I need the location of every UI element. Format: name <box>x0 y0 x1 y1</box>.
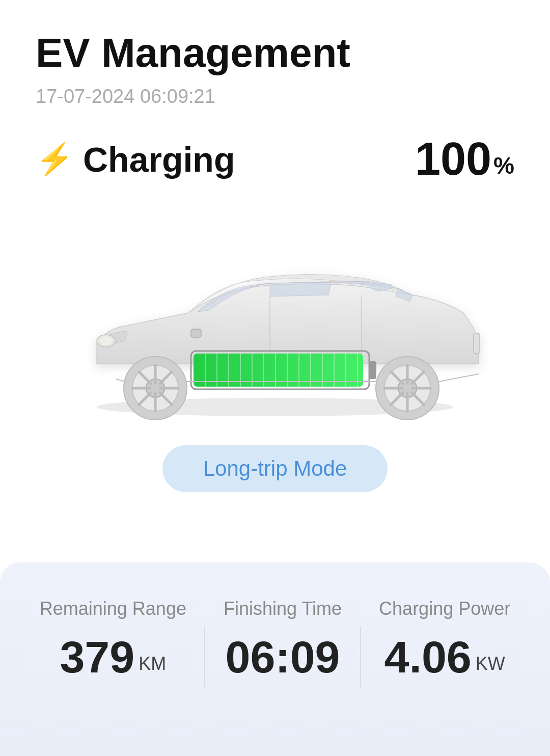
svg-rect-5 <box>474 333 480 354</box>
stat-finishing-time: Finishing Time 06:09 <box>224 598 342 680</box>
battery-pack <box>191 351 376 389</box>
charging-power-label: Charging Power <box>379 598 510 619</box>
finishing-time-label: Finishing Time <box>224 598 342 619</box>
finishing-time-number: 06:09 <box>225 635 340 680</box>
charging-status: ⚡ Charging <box>36 140 235 179</box>
long-trip-mode-button[interactable]: Long-trip Mode <box>162 445 388 492</box>
svg-line-46 <box>116 379 125 382</box>
svg-rect-23 <box>369 361 376 379</box>
stats-section: Remaining Range 379 KM Finishing Time 06… <box>0 562 550 756</box>
charging-label: Charging <box>83 140 235 179</box>
top-section: EV Management 17-07-2024 06:09:21 ⚡ Char… <box>0 0 550 562</box>
charging-power-value: 4.06 KW <box>384 635 505 680</box>
front-wheel <box>124 357 187 420</box>
divider-2 <box>360 626 361 687</box>
car-illustration <box>36 196 514 440</box>
svg-line-48 <box>439 374 479 382</box>
page-container: EV Management 17-07-2024 06:09:21 ⚡ Char… <box>0 0 550 756</box>
finishing-time-value: 06:09 <box>225 635 340 680</box>
stat-charging-power: Charging Power 4.06 KW <box>379 598 510 680</box>
charging-power-number: 4.06 <box>384 635 472 680</box>
datetime: 17-07-2024 06:09:21 <box>36 86 514 107</box>
remaining-range-label: Remaining Range <box>40 598 186 619</box>
percent-sign: % <box>493 152 514 179</box>
car-svg <box>46 206 504 420</box>
divider-1 <box>204 626 205 687</box>
remaining-range-number: 379 <box>60 635 134 680</box>
app-title: EV Management <box>36 31 514 75</box>
bolt-icon: ⚡ <box>36 144 74 175</box>
percent-value: 100 <box>415 133 491 185</box>
rear-wheel <box>376 357 439 420</box>
stat-remaining-range: Remaining Range 379 KM <box>40 598 186 680</box>
battery-percentage: 100% <box>415 133 514 185</box>
car-svg-wrapper <box>46 206 504 420</box>
remaining-range-unit: KM <box>139 653 166 674</box>
charging-power-unit: KW <box>476 653 505 674</box>
mode-button-row: Long-trip Mode <box>36 445 514 492</box>
status-row: ⚡ Charging 100% <box>36 133 514 185</box>
svg-rect-6 <box>191 329 201 337</box>
svg-point-4 <box>100 337 112 345</box>
remaining-range-value: 379 KM <box>60 635 166 680</box>
